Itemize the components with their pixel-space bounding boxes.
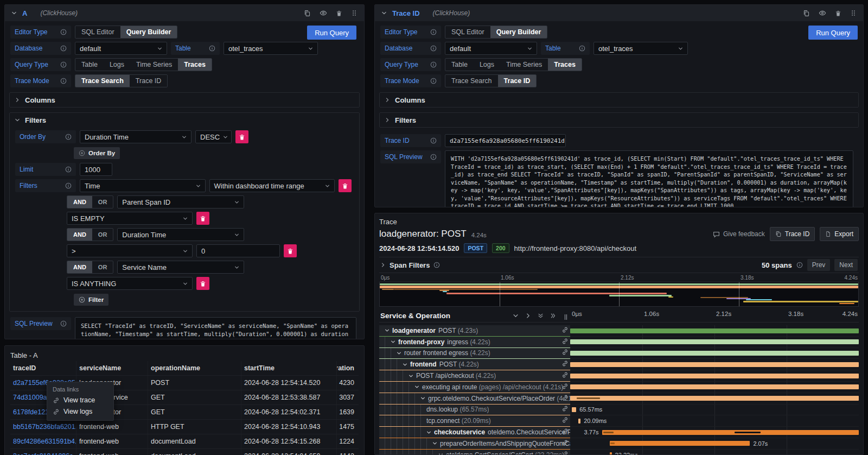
chevron-down-icon[interactable]	[414, 384, 419, 389]
span-link-icon[interactable]	[561, 382, 569, 392]
info-icon[interactable]	[430, 45, 437, 52]
trace-mode-option-trace-id[interactable]: Trace ID	[498, 75, 537, 87]
query-type-option-time-series[interactable]: Time Series	[130, 59, 178, 71]
info-icon[interactable]	[60, 320, 67, 327]
remove-filter-button[interactable]	[284, 244, 297, 257]
filter-field-select[interactable]: Service Name	[117, 261, 244, 274]
limit-input[interactable]: 1000	[80, 163, 112, 176]
filter-field-select[interactable]: Time	[80, 179, 206, 192]
order-by-direction-select[interactable]: DESC	[195, 130, 232, 143]
duplicate-query-icon[interactable]	[304, 9, 311, 17]
export-button[interactable]: Export	[820, 227, 859, 241]
span-name[interactable]: frontendPOST (4.22s)	[379, 359, 570, 370]
span-bar[interactable]	[610, 441, 750, 446]
chevron-right-icon[interactable]	[380, 262, 386, 268]
expand-all-button[interactable]	[550, 313, 556, 319]
info-icon[interactable]	[430, 61, 437, 68]
span-bar[interactable]	[602, 430, 859, 435]
span-bar[interactable]	[570, 339, 859, 344]
next-button[interactable]: Next	[834, 259, 858, 271]
prev-button[interactable]: Prev	[807, 259, 831, 271]
span-bar[interactable]	[578, 419, 580, 424]
column-header-servicename[interactable]: serviceName	[76, 361, 148, 375]
collapse-query-icon[interactable]	[381, 10, 387, 16]
filter-value-input[interactable]: 0	[196, 244, 280, 257]
span-name[interactable]: router frontend egress (4.22s)	[379, 348, 570, 359]
span-link-icon[interactable]	[561, 450, 569, 455]
filter-operator-select[interactable]: IS EMPTY	[67, 212, 193, 225]
collapse-all-button[interactable]	[538, 313, 544, 319]
panel-title[interactable]: Trace	[379, 217, 859, 226]
expand-one-button[interactable]	[525, 313, 531, 319]
span-link-icon[interactable]	[561, 439, 569, 448]
or-option[interactable]: OR	[92, 229, 113, 241]
trace-id-input[interactable]: d2a7155ef6a928a05680e5ff6190241d	[445, 134, 566, 147]
span-link-icon[interactable]	[561, 371, 569, 381]
give-feedback-link[interactable]: Give feedback	[713, 230, 765, 238]
info-icon[interactable]	[60, 45, 67, 52]
database-select[interactable]: default	[75, 42, 167, 55]
and-option[interactable]: AND	[67, 229, 92, 241]
span-link-icon[interactable]	[561, 337, 569, 347]
query-type-option-traces[interactable]: Traces	[548, 59, 582, 71]
info-icon[interactable]	[60, 29, 67, 35]
remove-filter-button[interactable]	[196, 277, 209, 290]
span-link-icon[interactable]	[561, 326, 569, 336]
query-type-option-table[interactable]: Table	[75, 59, 104, 71]
span-bar[interactable]	[570, 328, 859, 333]
or-option[interactable]: OR	[92, 196, 113, 208]
info-icon[interactable]	[579, 45, 585, 52]
trace-mode-option-trace-id[interactable]: Trace ID	[130, 75, 167, 87]
column-resize-handle[interactable]	[564, 314, 568, 320]
span-link-icon[interactable]	[561, 405, 569, 414]
column-header-starttime[interactable]: startTime	[241, 361, 337, 375]
info-icon[interactable]	[430, 137, 437, 144]
chevron-down-icon[interactable]	[432, 441, 437, 446]
table-select[interactable]: otel_traces	[224, 42, 318, 55]
info-icon[interactable]	[430, 154, 437, 160]
info-icon[interactable]	[65, 182, 72, 189]
info-icon[interactable]	[65, 166, 72, 173]
run-query-button[interactable]: Run Query	[808, 26, 858, 40]
drag-handle-icon[interactable]	[850, 9, 857, 17]
query-type-option-traces[interactable]: Traces	[178, 59, 212, 71]
filter-field-select[interactable]: Duration Time	[117, 228, 244, 241]
span-name[interactable]: POST /api/checkout (4.22s)	[379, 370, 570, 382]
info-icon[interactable]	[796, 262, 803, 268]
span-link-icon[interactable]	[561, 394, 569, 403]
span-name[interactable]: tcp.connect (20.09ms)	[379, 415, 570, 427]
and-option[interactable]: AND	[67, 196, 92, 208]
editor-type-option-query-builder[interactable]: Query Builder	[490, 26, 547, 38]
add-order-by-button[interactable]: Order By	[74, 147, 120, 159]
chevron-down-icon[interactable]	[403, 362, 407, 367]
chevron-down-icon[interactable]	[438, 452, 443, 455]
trace-minimap[interactable]	[379, 282, 859, 307]
trace-mode-option-trace-search[interactable]: Trace Search	[75, 75, 130, 87]
span-link-icon[interactable]	[561, 359, 569, 369]
span-bar[interactable]	[570, 362, 859, 367]
run-query-button[interactable]: Run Query	[307, 26, 356, 40]
span-bar[interactable]	[570, 351, 859, 356]
chevron-down-icon[interactable]	[420, 396, 425, 401]
column-header-operationname[interactable]: operationName	[148, 361, 241, 375]
table-select[interactable]: otel_traces	[593, 42, 688, 55]
span-name[interactable]: checkoutserviceoteldemo.CheckoutService/…	[379, 427, 570, 438]
panel-title[interactable]: Table - A	[10, 349, 359, 361]
span-name[interactable]: dns.lookup (65.57ms)	[379, 405, 570, 416]
or-option[interactable]: OR	[92, 261, 113, 273]
span-name[interactable]: grpc.oteldemo.CheckoutService/PlaceOrder…	[379, 393, 570, 405]
query-row-header-a[interactable]: A (ClickHouse)	[5, 5, 364, 21]
query-type-option-table[interactable]: Table	[445, 59, 474, 71]
span-bar[interactable]	[570, 384, 859, 389]
info-icon[interactable]	[60, 61, 67, 68]
info-icon[interactable]	[430, 78, 437, 84]
info-icon[interactable]	[60, 78, 67, 84]
chevron-down-icon[interactable]	[409, 374, 413, 378]
column-header-duration[interactable]: duration	[337, 361, 359, 375]
data-link-view-logs[interactable]: View logs	[53, 408, 108, 415]
span-name[interactable]: frontend-proxyingress (4.22s)	[379, 337, 570, 348]
query-type-option-time-series[interactable]: Time Series	[500, 59, 548, 71]
data-link-view-trace[interactable]: View trace	[53, 396, 108, 404]
chevron-down-icon[interactable]	[385, 328, 390, 333]
span-name[interactable]: prepareOrderItemsAndShippingQuoteFromCar…	[379, 438, 570, 450]
